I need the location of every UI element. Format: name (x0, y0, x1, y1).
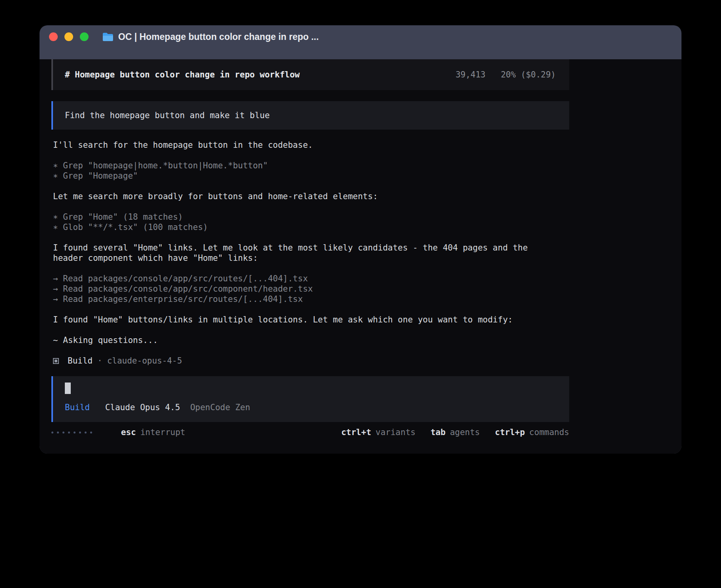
terminal-content: # Homepage button color change in repo w… (40, 59, 681, 454)
tab-key: tab (430, 428, 445, 437)
esc-key: esc (121, 428, 136, 437)
tool-call-group: → Read packages/console/app/src/routes/[… (53, 273, 547, 304)
session-stats: 39,413 20% ($0.29) (455, 70, 556, 79)
prompt-input[interactable]: Build Claude Opus 4.5 OpenCode Zen (51, 376, 569, 422)
agent-separator: · (97, 356, 102, 366)
status-bar: escinterrupt ctrl+tvariants tabagents ct… (51, 428, 569, 437)
spinner-dots-icon (51, 432, 96, 433)
commands-label: commands (529, 428, 569, 437)
assistant-status: ~ Asking questions... (53, 335, 547, 345)
folder-icon (102, 32, 113, 41)
agents-label: agents (450, 428, 480, 437)
traffic-lights (49, 32, 95, 41)
model-name[interactable]: Claude Opus 4.5 (105, 403, 180, 412)
agent-name: Build (68, 356, 92, 366)
tool-call-read: → Read packages/console/app/src/componen… (53, 284, 547, 294)
zoom-button[interactable] (80, 32, 89, 41)
close-button[interactable] (49, 32, 58, 41)
tool-call-group: ∗ Grep "homepage|home.*button|Home.*butt… (53, 160, 547, 181)
tool-call-grep: ∗ Grep "Home" (18 matches) (53, 212, 547, 222)
agent-model: claude-opus-4-5 (107, 356, 182, 366)
session-header: # Homepage button color change in repo w… (51, 59, 569, 90)
hint-commands: ctrl+pcommands (495, 428, 569, 437)
tool-call-grep: ∗ Grep "Homepage" (53, 171, 547, 181)
variants-label: variants (376, 428, 415, 437)
text-cursor (65, 383, 71, 394)
assistant-text: I found several "Home" links. Let me loo… (53, 243, 547, 263)
ctrl-t-key: ctrl+t (341, 428, 371, 437)
assistant-text: Let me search more broadly for buttons a… (53, 191, 547, 202)
tool-call-read: → Read packages/enterprise/src/routes/[.… (53, 294, 547, 304)
tool-call-glob: ∗ Glob "**/*.tsx" (100 matches) (53, 222, 547, 232)
tool-call-grep: ∗ Grep "homepage|home.*button|Home.*butt… (53, 160, 547, 171)
assistant-transcript: I'll search for the homepage button in t… (53, 140, 547, 366)
user-message: Find the homepage button and make it blu… (51, 101, 569, 130)
mode-badge[interactable]: Build (65, 403, 90, 412)
tool-call-read: → Read packages/console/app/src/routes/[… (53, 273, 547, 284)
assistant-text: I'll search for the homepage button in t… (53, 140, 547, 150)
hint-interrupt: escinterrupt (121, 428, 185, 437)
assistant-text: I found "Home" buttons/links in multiple… (53, 315, 547, 325)
token-count: 39,413 (455, 70, 485, 79)
hint-agents: tabagents (430, 428, 480, 437)
input-footer: Build Claude Opus 4.5 OpenCode Zen (65, 403, 557, 412)
titlebar[interactable]: OC | Homepage button color change in rep… (40, 25, 681, 48)
ctrl-p-key: ctrl+p (495, 428, 525, 437)
provider-name: OpenCode Zen (190, 403, 250, 412)
context-usage: 20% ($0.29) (501, 70, 556, 79)
esc-label: interrupt (140, 428, 185, 437)
terminal-window: OC | Homepage button color change in rep… (40, 25, 681, 454)
user-message-text: Find the homepage button and make it blu… (65, 111, 270, 120)
hint-variants: ctrl+tvariants (341, 428, 415, 437)
agent-row: Build · claude-opus-4-5 (53, 356, 547, 366)
minimize-button[interactable] (64, 32, 73, 41)
status-right: ctrl+tvariants tabagents ctrl+pcommands (341, 428, 569, 437)
session-title: # Homepage button color change in repo w… (65, 70, 300, 79)
window-title: OC | Homepage button color change in rep… (118, 32, 319, 42)
status-left: escinterrupt (51, 428, 185, 437)
agent-build-icon (53, 358, 59, 364)
tool-call-group: ∗ Grep "Home" (18 matches) ∗ Glob "**/*.… (53, 212, 547, 232)
